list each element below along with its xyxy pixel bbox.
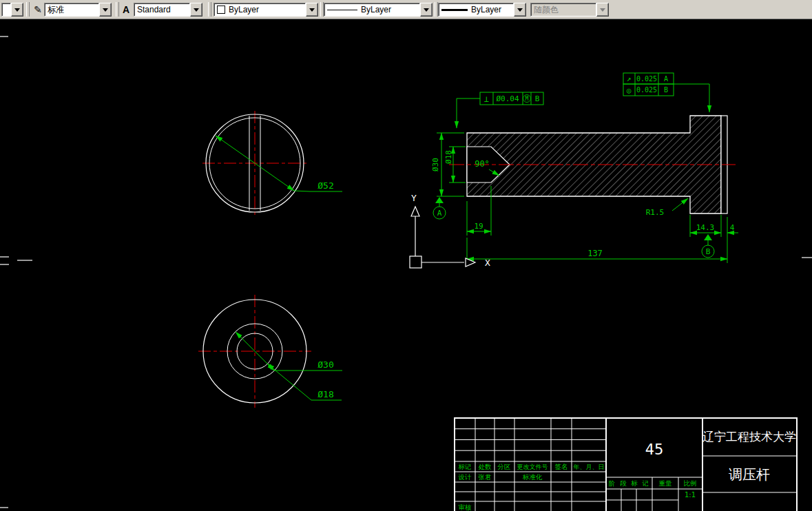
dim-label-hole-depth: 19	[474, 222, 483, 231]
sheet-border-ticks	[0, 36, 812, 508]
fcf-perpendicularity: ⊥ Ø0.04 M B	[457, 92, 543, 128]
lineweight-swatch	[441, 9, 468, 11]
dim-style-combo[interactable]: 标准	[44, 3, 112, 17]
dim-label-end-width: 4	[730, 223, 735, 232]
linetype-value: ByLayer	[361, 5, 391, 14]
hdr-date: 年、月、日	[574, 463, 605, 470]
text-style-combo[interactable]: Standard	[134, 3, 202, 17]
datum-b-symbol: B	[702, 234, 714, 258]
drawing-canvas[interactable]: Ø52 Ø30 Ø18	[0, 19, 812, 511]
dim-label-dia-hole: Ø18	[444, 150, 453, 164]
styles-toolbar: ✎ 标准 A Standard ByLayer ByLayer	[0, 0, 812, 19]
lineweight-combo[interactable]: ByLayer	[438, 3, 526, 17]
dim-label-phi18: Ø18	[317, 389, 333, 399]
plot-style-combo: 随颜色	[530, 3, 609, 17]
color-swatch	[217, 6, 225, 14]
standardization-label: 标准化	[522, 473, 543, 481]
hdr-change-doc: 更改文件号	[517, 463, 548, 470]
color-combo[interactable]: ByLayer	[214, 3, 318, 17]
chevron-down-icon[interactable]	[99, 3, 112, 17]
cad-app-window: ✎ 标准 A Standard ByLayer ByLayer	[0, 0, 812, 511]
fcf-perp-symbol: ⊥	[483, 94, 488, 104]
chevron-down-icon[interactable]	[420, 3, 433, 17]
datum-a-label: A	[437, 209, 442, 218]
hdr-count: 处数	[479, 463, 492, 470]
ucs-y-label: Y	[411, 193, 417, 203]
datum-b-label: B	[706, 247, 711, 256]
chevron-down-icon[interactable]	[190, 3, 202, 17]
hdr-mark: 标记	[458, 463, 472, 470]
fillet-leader	[672, 198, 688, 211]
toolbar-grip[interactable]	[208, 2, 211, 17]
dim-style-icon[interactable]: ✎	[30, 2, 45, 17]
dim-label-phi30: Ø30	[317, 359, 333, 370]
designer-name: 张君	[479, 473, 492, 481]
fcf-conc-tolerance: 0.025	[636, 86, 657, 94]
scale-label: 比例	[684, 479, 697, 487]
dim-label-phi52: Ø52	[317, 180, 333, 191]
chevron-down-icon[interactable]	[11, 3, 23, 17]
lineweight-value: ByLayer	[471, 5, 501, 14]
fcf-conc-symbol: ◎	[627, 86, 632, 95]
dim-style-value: 标准	[44, 3, 99, 17]
letter-a-icon: A	[123, 4, 129, 15]
hdr-zone: 分区	[497, 463, 511, 470]
fcf-perp-tolerance: Ø0.04	[496, 94, 519, 103]
dim-label-flange-width: 14.3	[696, 223, 715, 232]
ucs-x-label: X	[485, 258, 490, 268]
dim-label-total-length: 137	[587, 249, 603, 258]
university-name: 辽宁工程技术大学	[702, 430, 796, 444]
dim-label-dia-outer: Ø30	[431, 158, 440, 171]
fcf-runout-symbol: ↗	[627, 74, 632, 83]
scale-value: 1:1	[685, 491, 696, 499]
design-label: 设计	[458, 473, 472, 481]
chevron-down-icon[interactable]	[514, 3, 526, 17]
fcf-perp-datum: B	[535, 94, 540, 103]
top-circle-view: Ø52	[202, 111, 342, 216]
color-value: ByLayer	[229, 5, 259, 14]
mini-combo-value	[1, 3, 11, 17]
mini-combo[interactable]	[1, 3, 23, 17]
fcf-runout-datum: A	[664, 75, 668, 83]
datum-a-symbol: A	[433, 197, 446, 219]
weight-label: 重量	[659, 479, 673, 487]
drawing-svg: Ø52 Ø30 Ø18	[0, 19, 812, 511]
chevron-down-icon	[596, 3, 609, 17]
material-grade: 45	[645, 441, 664, 458]
fcf-conc-datum: B	[664, 86, 668, 94]
fcf-runout-tolerance: 0.025	[636, 75, 657, 83]
linetype-combo[interactable]: ByLayer	[324, 3, 433, 17]
part-name: 调压杆	[729, 466, 770, 483]
title-block-text: 45 辽宁工程技术大学 调压杆 标记 处数 分区 更改文件号 签名 年、月、日 …	[458, 430, 797, 511]
review-label: 审核	[459, 503, 472, 511]
plot-style-value: 随颜色	[530, 3, 596, 17]
bottom-circle-view: Ø30 Ø18	[198, 295, 342, 408]
fcf-runout-concentricity: ↗ 0.025 A ◎ 0.025 B	[623, 73, 709, 112]
text-style-icon[interactable]: A	[118, 2, 134, 17]
text-style-value: Standard	[134, 3, 190, 17]
title-block: 45 辽宁工程技术大学 调压杆 标记 处数 分区 更改文件号 签名 年、月、日 …	[455, 418, 797, 511]
section-view: Ø30 Ø18 90° A	[431, 73, 738, 263]
toolbar-grip[interactable]	[26, 2, 30, 17]
linetype-swatch	[327, 10, 357, 10]
stage-label: 阶段标记	[609, 479, 649, 487]
hdr-signature: 签名	[555, 463, 568, 470]
dim-label-fillet: R1.5	[646, 208, 665, 217]
dim-label-cone-angle: 90°	[475, 159, 490, 169]
chevron-down-icon[interactable]	[306, 3, 318, 17]
fcf-perp-modifier: M	[525, 96, 529, 102]
pencil-icon: ✎	[34, 4, 42, 15]
